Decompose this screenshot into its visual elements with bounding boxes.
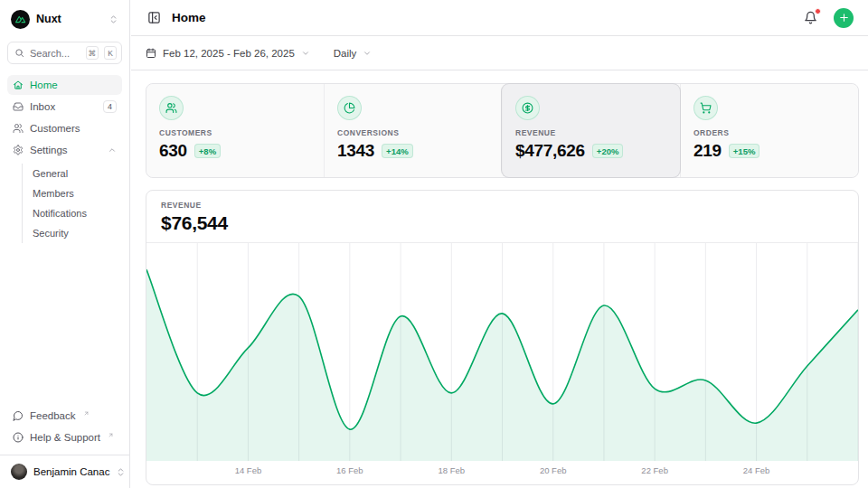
sidebar-item-security[interactable]: Security (23, 223, 122, 243)
external-link-icon (108, 432, 114, 438)
chevrons-up-down-icon (116, 467, 126, 477)
users-icon (13, 123, 24, 134)
stat-delta-badge: +15% (729, 144, 760, 158)
search-placeholder: Search... (30, 48, 80, 59)
x-axis-label: 16 Feb (336, 465, 363, 475)
shopping-cart-icon (693, 96, 718, 120)
workspace-name: Nuxt (36, 13, 61, 25)
info-circle-icon (13, 432, 24, 443)
user-name: Benjamin Canac (33, 466, 109, 477)
sidebar-item-members[interactable]: Members (23, 183, 122, 203)
date-range-picker[interactable]: Feb 12, 2025 - Feb 26, 2025 (146, 48, 310, 59)
chevron-down-icon (363, 49, 372, 58)
chart-x-axis: 14 Feb16 Feb18 Feb20 Feb22 Feb24 Feb (146, 461, 858, 481)
stat-delta-badge: +20% (592, 144, 624, 158)
dollar-circle-icon (515, 96, 540, 120)
x-axis-label: 22 Feb (641, 465, 668, 475)
stat-card-revenue[interactable]: REVENUE $477,626 +20% (502, 84, 680, 177)
sidebar-nav: Home Inbox 4 Customers Settings (7, 75, 122, 243)
stat-card-customers[interactable]: CUSTOMERS 630 +8% (146, 84, 324, 177)
stat-card-conversions[interactable]: CONVERSIONS 1343 +14% (324, 84, 502, 177)
user-section: Benjamin Canac (0, 455, 129, 488)
sidebar-item-settings[interactable]: Settings (7, 140, 122, 160)
revenue-chart-card: REVENUE $76,544 14 Feb16 Feb18 Feb20 Feb… (146, 190, 859, 485)
granularity-select[interactable]: Daily (334, 48, 373, 59)
message-bubble-icon (13, 410, 24, 421)
x-axis-label: 14 Feb (235, 465, 262, 475)
sidebar-item-general[interactable]: General (23, 164, 122, 183)
gear-icon (13, 145, 24, 155)
sidebar-item-notifications[interactable]: Notifications (23, 203, 122, 223)
stat-label: CUSTOMERS (159, 128, 311, 137)
x-axis-label: 18 Feb (438, 465, 465, 475)
inbox-count-badge: 4 (103, 100, 117, 113)
kbd-cmd: ⌘ (86, 46, 99, 60)
add-button[interactable] (834, 8, 854, 28)
stat-label: CONVERSIONS (337, 128, 489, 137)
sidebar-item-inbox[interactable]: Inbox 4 (7, 97, 122, 117)
page-title: Home (172, 11, 206, 24)
pie-chart-icon (337, 96, 362, 120)
house-icon (13, 80, 24, 90)
inbox-icon (13, 101, 24, 112)
user-avatar (11, 464, 27, 480)
nuxt-logo (11, 10, 30, 29)
sidebar-item-home[interactable]: Home (7, 75, 122, 95)
calendar-icon (146, 48, 156, 59)
filters-toolbar: Feb 12, 2025 - Feb 26, 2025 Daily (131, 36, 868, 70)
feedback-link[interactable]: Feedback (7, 406, 122, 426)
stat-value: 630 (159, 141, 187, 161)
x-axis-label: 24 Feb (743, 465, 770, 475)
settings-subnav: General Members Notifications Security (22, 164, 122, 243)
users-icon (159, 96, 184, 120)
stat-delta-badge: +14% (382, 144, 413, 158)
chevrons-up-down-icon (108, 14, 118, 24)
search-input[interactable]: Search... ⌘ K (7, 42, 122, 64)
workspace-switcher[interactable]: Nuxt (7, 8, 122, 30)
stat-label: REVENUE (515, 128, 667, 137)
external-link-icon (83, 410, 90, 417)
chart-header: REVENUE $76,544 (146, 191, 858, 243)
stat-delta-badge: +8% (194, 144, 221, 158)
stats-row: CUSTOMERS 630 +8% CONVERSIONS 1343 +14% … (146, 83, 859, 178)
stat-card-orders[interactable]: ORDERS 219 +15% (680, 84, 858, 177)
sidebar-item-customers[interactable]: Customers (7, 118, 122, 138)
main-panel: Home Feb 12, 2025 - Feb 26, 2025 Daily (131, 0, 868, 488)
help-support-link[interactable]: Help & Support (7, 427, 122, 447)
revenue-area-chart[interactable] (146, 243, 858, 461)
chevron-down-icon (301, 49, 310, 58)
notifications-button[interactable] (802, 9, 819, 26)
top-header: Home (131, 0, 868, 36)
notification-dot (815, 8, 821, 14)
panel-left-close-icon (147, 11, 161, 24)
stat-label: ORDERS (693, 128, 845, 137)
chevron-up-icon (108, 145, 117, 155)
sidebar-footer-links: Feedback Help & Support (0, 406, 129, 455)
collapse-sidebar-button[interactable] (146, 9, 163, 26)
plus-icon (838, 12, 850, 23)
stat-value: 1343 (337, 141, 374, 161)
stat-value: 219 (693, 141, 722, 161)
kbd-k: K (104, 46, 117, 60)
chart-total-value: $76,544 (161, 212, 844, 234)
sidebar: Nuxt Search... ⌘ K Home (0, 0, 130, 488)
x-axis-label: 20 Feb (540, 465, 567, 475)
stat-value: $477,626 (515, 141, 585, 161)
chart-title: REVENUE (161, 201, 844, 210)
search-icon (14, 48, 24, 58)
user-menu-button[interactable]: Benjamin Canac (7, 462, 122, 482)
chart-canvas (146, 243, 858, 461)
